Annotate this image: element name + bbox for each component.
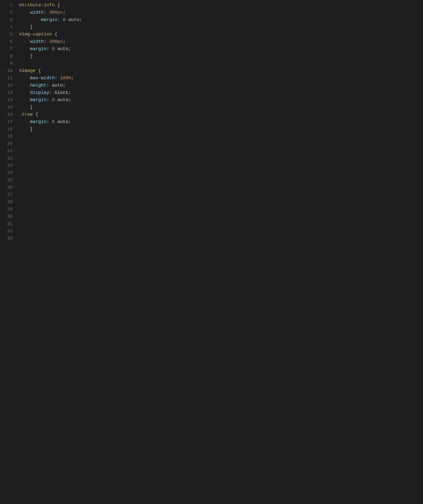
token-2-4: ; [63,9,66,16]
token-2-3: 300px [49,9,63,16]
line-number-25: 25 [3,176,13,184]
line-number-15: 15 [3,104,13,111]
code-line-32 [19,228,420,235]
line-number-8: 8 [3,53,13,60]
token-17-0 [19,118,30,126]
line-number-18: 18 [3,126,13,133]
token-14-2: 0 [52,96,55,104]
code-line-31 [19,220,420,228]
line-num-text-8: 8 [10,53,13,60]
line-num-text-21: 21 [7,147,13,155]
line-number-32: 32 [3,228,13,235]
token-6-0 [19,38,30,45]
line-number-4: 4 [3,24,13,31]
code-line-8: } [19,53,420,60]
line-number-30: 30 [3,213,13,220]
line-number-3: 3 [3,16,13,24]
token-17-5: ; [68,118,71,126]
token-3-1: margin [41,16,57,24]
token-1-1: { [55,2,60,9]
token-14-3: auto [55,96,68,104]
collapse-arrow-5[interactable] [6,33,9,36]
code-line-11: max-width: 100%; [19,74,420,82]
line-number-21: 21 [3,147,13,155]
line-num-text-29: 29 [7,206,13,213]
line-number-11: 11 [3,74,13,82]
code-editor: 1234567891011121314151617181920212223242… [0,0,423,504]
line-num-text-18: 18 [7,126,13,133]
line-number-5: 5 [3,31,13,38]
token-7-0 [19,45,30,53]
code-line-27 [19,191,420,198]
line-num-text-1: 1 [10,2,13,9]
line-num-text-12: 12 [7,82,13,89]
token-5-0: #img-caption [19,31,52,38]
line-number-13: 13 [3,89,13,96]
line-number-12: 12 [3,82,13,89]
token-6-1: width [30,38,44,45]
code-line-20 [19,140,420,147]
token-16-0: .tree [19,111,33,118]
line-num-text-16: 16 [7,111,13,118]
token-1-0: #tribute-info [19,2,55,9]
token-3-2: : [57,16,63,24]
token-11-0 [19,74,30,82]
token-7-1: margin [30,45,47,53]
line-number-26: 26 [3,184,13,191]
collapse-arrow-10[interactable] [3,70,6,72]
line-number-2: 2 [3,9,13,16]
code-line-17: margin: 0 auto; [19,118,420,126]
code-line-2: width: 300px; [19,9,420,16]
line-num-text-11: 11 [7,74,13,82]
token-12-2: : [47,82,52,89]
line-num-text-14: 14 [7,96,13,104]
line-num-text-15: 15 [7,104,13,111]
token-4-0: } [19,24,33,31]
token-13-2: : [49,89,55,96]
code-line-28 [19,198,420,206]
code-line-16: .tree { [19,111,420,118]
token-17-3: 0 [52,118,55,126]
token-12-0 [19,82,30,89]
line-num-text-10: 10 [7,67,13,74]
code-line-9 [19,60,420,67]
token-17-4: auto [55,118,68,126]
line-num-text-27: 27 [7,191,13,198]
token-11-1: max-width [30,74,55,82]
line-num-text-6: 6 [10,38,13,45]
token-17-2: : [47,118,52,126]
token-2-0 [19,9,30,16]
token-3-0 [19,16,41,24]
token-6-2: : [44,38,49,45]
token-11-4: ; [71,74,74,82]
code-line-18: } [19,126,420,133]
line-numbers: 1234567891011121314151617181920212223242… [0,2,16,502]
line-num-text-2: 2 [10,9,13,16]
token-10-1: { [36,67,41,74]
collapse-arrow-16[interactable] [3,113,6,116]
line-num-text-26: 26 [7,184,13,191]
code-line-24 [19,169,420,176]
token-7-2: : [47,45,52,53]
code-line-25 [19,176,420,184]
token-12-3: auto [52,82,63,89]
token-13-3: block [55,89,68,96]
code-line-15: } [19,104,420,111]
token-14-1: : [47,96,52,104]
token-6-3: 300px [49,38,63,45]
line-number-19: 19 [3,133,13,140]
code-line-29 [19,206,420,213]
code-line-26 [19,184,420,191]
token-15-0: } [19,104,33,111]
token-14-4: ; [68,96,71,104]
code-line-30 [19,213,420,220]
line-number-16: 16 [3,111,13,118]
line-num-text-28: 28 [7,198,13,206]
line-num-text-20: 20 [7,140,13,147]
code-line-19 [19,133,420,140]
token-13-4: ; [68,89,71,96]
token-12-1: height [30,82,47,89]
collapse-arrow-1[interactable] [6,4,9,6]
line-num-text-3: 3 [10,16,13,24]
token-8-0: } [19,53,33,60]
